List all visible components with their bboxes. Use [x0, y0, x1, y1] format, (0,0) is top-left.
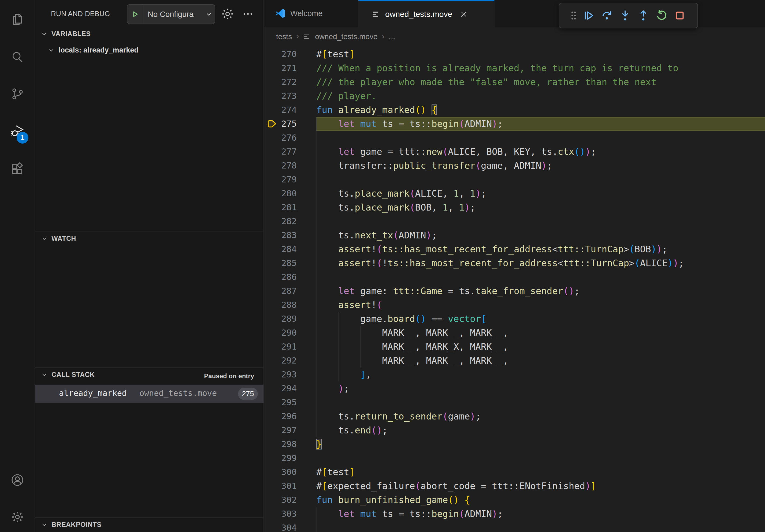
code-line[interactable]: 274fun already_marked() {	[264, 103, 765, 117]
code-line-text[interactable]: transfer::public_transfer(game, ADMIN);	[316, 158, 765, 172]
section-watch[interactable]: WATCH	[41, 235, 76, 242]
step-into-button[interactable]	[617, 7, 633, 24]
launch-configuration-dropdown[interactable]: No Configura	[127, 4, 215, 24]
start-debugging-icon[interactable]	[127, 10, 143, 19]
line-gutter[interactable]: 291	[264, 340, 316, 354]
line-gutter[interactable]: 283	[264, 228, 316, 242]
line-gutter[interactable]: 293	[264, 368, 316, 382]
drag-handle-icon[interactable]	[569, 7, 578, 24]
line-gutter[interactable]: 277	[264, 145, 316, 158]
line-gutter[interactable]: 270	[264, 47, 316, 61]
line-gutter[interactable]: 274	[264, 103, 316, 117]
line-gutter[interactable]: 295	[264, 396, 316, 409]
code-line-text[interactable]: MARK__, MARK_X, MARK__,	[316, 340, 765, 354]
code-line[interactable]: 280 ts.place_mark(ALICE, 1, 1);	[264, 186, 765, 200]
code-line[interactable]: 283 ts.next_tx(ADMIN);	[264, 228, 765, 242]
code-line-text[interactable]	[316, 521, 765, 532]
code-line-text[interactable]: #[test]	[316, 465, 765, 479]
code-line[interactable]: 294 );	[264, 382, 765, 396]
line-gutter[interactable]: 300	[264, 465, 316, 479]
code-line[interactable]: 296 ts.return_to_sender(game);	[264, 409, 765, 423]
line-gutter[interactable]: 289	[264, 312, 316, 326]
code-line-text[interactable]: /// When a position is already marked, t…	[316, 61, 765, 75]
line-gutter[interactable]: 273	[264, 89, 316, 103]
line-gutter[interactable]: 288	[264, 298, 316, 312]
line-gutter[interactable]: 278	[264, 158, 316, 172]
line-gutter[interactable]: 303	[264, 507, 316, 521]
code-line-text[interactable]: MARK__, MARK__, MARK__,	[316, 326, 765, 340]
line-gutter[interactable]: 281	[264, 200, 316, 214]
tab-owned-tests-move[interactable]: owned_tests.move	[359, 0, 494, 27]
breadcrumb-folder[interactable]: tests	[276, 32, 292, 41]
code-line[interactable]: 290 MARK__, MARK__, MARK__,	[264, 326, 765, 340]
code-line[interactable]: 297 ts.end();	[264, 423, 765, 437]
code-line-text[interactable]	[316, 214, 765, 228]
code-line[interactable]: 293 ],	[264, 368, 765, 382]
code-line-text[interactable]: let mut ts = ts::begin(ADMIN);	[316, 117, 765, 131]
code-line[interactable]: 270#[test]	[264, 47, 765, 61]
line-gutter[interactable]: 287	[264, 284, 316, 298]
tab-welcome[interactable]: Welcome	[264, 0, 359, 27]
views-more-actions-icon[interactable]	[241, 7, 256, 21]
code-line-text[interactable]: ts.end();	[316, 423, 765, 437]
line-gutter[interactable]: 272	[264, 75, 316, 89]
code-line[interactable]: 289 game.board() == vector[	[264, 312, 765, 326]
account-icon[interactable]	[0, 467, 35, 493]
code-line-text[interactable]: }	[316, 437, 765, 451]
code-line[interactable]: 275 let mut ts = ts::begin(ADMIN);	[264, 117, 765, 131]
line-gutter[interactable]: 296	[264, 409, 316, 423]
section-variables[interactable]: VARIABLES	[41, 30, 91, 38]
code-line[interactable]: 300#[test]	[264, 465, 765, 479]
line-gutter[interactable]: 294	[264, 382, 316, 396]
line-gutter[interactable]: 299	[264, 451, 316, 465]
code-line-text[interactable]: MARK__, MARK__, MARK__,	[316, 354, 765, 368]
code-line[interactable]: 288 assert!(	[264, 298, 765, 312]
line-gutter[interactable]: 304	[264, 521, 316, 532]
line-gutter[interactable]: 298	[264, 437, 316, 451]
code-line-text[interactable]: assert!(!ts::has_most_recent_for_address…	[316, 256, 765, 270]
line-gutter[interactable]: 301	[264, 479, 316, 493]
line-gutter[interactable]: 282	[264, 214, 316, 228]
code-line-text[interactable]: /// the player who made the "false" move…	[316, 75, 765, 89]
code-line[interactable]: 298}	[264, 437, 765, 451]
code-line[interactable]: 285 assert!(!ts::has_most_recent_for_add…	[264, 256, 765, 270]
code-line[interactable]: 282	[264, 214, 765, 228]
code-line[interactable]: 273/// player.	[264, 89, 765, 103]
code-line[interactable]: 303 let mut ts = ts::begin(ADMIN);	[264, 507, 765, 521]
code-line[interactable]: 281 ts.place_mark(BOB, 1, 1);	[264, 200, 765, 214]
breadcrumb-more[interactable]: ...	[389, 32, 395, 41]
line-gutter[interactable]: 279	[264, 172, 316, 186]
line-gutter[interactable]: 290	[264, 326, 316, 340]
code-line[interactable]: 272/// the player who made the "false" m…	[264, 75, 765, 89]
continue-button[interactable]	[581, 7, 596, 24]
locals-scope-row[interactable]: locals: already_marked	[48, 46, 139, 54]
close-tab-icon[interactable]	[459, 10, 468, 19]
run-and-debug-icon[interactable]: 1	[0, 118, 35, 145]
code-line[interactable]: 304	[264, 521, 765, 532]
line-gutter[interactable]: 292	[264, 354, 316, 368]
search-icon[interactable]	[0, 43, 35, 70]
code-line-text[interactable]: ts.return_to_sender(game);	[316, 409, 765, 423]
code-line-text[interactable]: ts.place_mark(ALICE, 1, 1);	[316, 186, 765, 200]
extensions-icon[interactable]	[0, 155, 35, 182]
code-line[interactable]: 291 MARK__, MARK_X, MARK__,	[264, 340, 765, 354]
code-line[interactable]: 292 MARK__, MARK__, MARK__,	[264, 354, 765, 368]
line-gutter[interactable]: 286	[264, 270, 316, 284]
code-line-text[interactable]: /// player.	[316, 89, 765, 103]
code-line-text[interactable]: ts.place_mark(BOB, 1, 1);	[316, 200, 765, 214]
code-line[interactable]: 277 let game = ttt::new(ALICE, BOB, KEY,…	[264, 145, 765, 158]
breadcrumb-file[interactable]: owned_tests.move	[315, 32, 378, 41]
code-line-text[interactable]: fun already_marked() {	[316, 103, 765, 117]
line-gutter[interactable]: 280	[264, 186, 316, 200]
stop-button[interactable]	[672, 7, 688, 24]
code-line-text[interactable]: let mut ts = ts::begin(ADMIN);	[316, 507, 765, 521]
code-line-text[interactable]	[316, 451, 765, 465]
code-line-text[interactable]: #[expected_failure(abort_code = ttt::ENo…	[316, 479, 765, 493]
step-over-button[interactable]	[599, 7, 615, 24]
code-line-text[interactable]	[316, 131, 765, 145]
step-out-button[interactable]	[635, 7, 651, 24]
code-line-text[interactable]: ],	[316, 368, 765, 382]
code-line[interactable]: 284 assert!(ts::has_most_recent_for_addr…	[264, 242, 765, 256]
line-gutter[interactable]: 285	[264, 256, 316, 270]
section-call-stack[interactable]: CALL STACK	[41, 371, 95, 379]
